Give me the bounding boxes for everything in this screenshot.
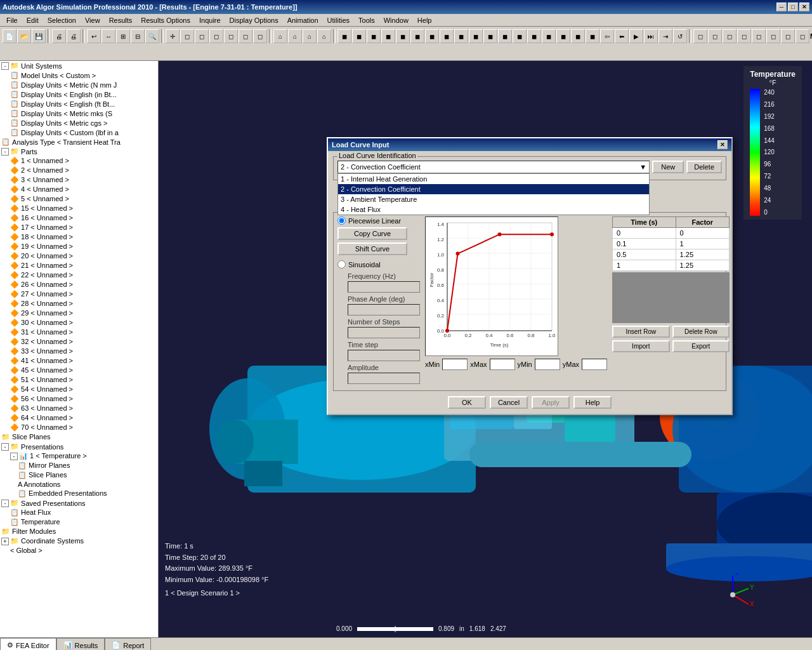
tb-d6[interactable]: ◻ (766, 29, 780, 43)
sidebar-item-part-51[interactable]: 🔶 51 < Unnamed > (0, 375, 158, 385)
sidebar-item-part-31[interactable]: 🔶 31 < Unnamed > (0, 328, 158, 337)
tb-move[interactable]: ✛ (166, 29, 180, 43)
tb-print2[interactable]: 🖨 (67, 29, 81, 43)
tb-b15[interactable]: ◼ (542, 29, 556, 43)
sidebar-item-display-units-6[interactable]: 📋 Display Units < Custom (lbf in a (0, 128, 158, 137)
tb-b2[interactable]: ◼ (352, 29, 366, 43)
sidebar-item-part-29[interactable]: 🔶 29 < Unnamed > (0, 308, 158, 318)
sidebar-item-model-units[interactable]: 📋 Model Units < Custom > (0, 70, 158, 80)
curve-dropdown[interactable]: 2 - Convection Coefficient ▼ (337, 161, 650, 173)
expand-saved[interactable]: - (1, 500, 9, 507)
tb-r2[interactable]: ◻ (195, 29, 209, 43)
sidebar-item-part-56[interactable]: 🔶 56 < Unnamed > (0, 394, 158, 404)
time-cell[interactable]: 0.5 (613, 249, 676, 260)
tb-print[interactable]: 🖨 (52, 29, 66, 43)
cancel-button[interactable]: Cancel (490, 396, 528, 409)
apply-button[interactable]: Apply (532, 396, 570, 409)
close-button[interactable]: ✕ (799, 3, 809, 11)
sidebar-item-part-63[interactable]: 🔶 63 < Unnamed > (0, 404, 158, 413)
menu-file[interactable]: File (3, 15, 22, 25)
menu-view[interactable]: View (81, 15, 104, 25)
time-cell[interactable]: 0.1 (613, 239, 676, 249)
dialog-close-button[interactable]: ✕ (717, 140, 728, 149)
maximize-button[interactable]: □ (788, 3, 798, 11)
menu-selection[interactable]: Selection (44, 15, 80, 25)
sidebar-item-part-26[interactable]: 🔶 26 < Unnamed > (0, 280, 158, 289)
tb-b5[interactable]: ◼ (396, 29, 410, 43)
sidebar-item-heat-flux[interactable]: 📋 Heat Flux (0, 508, 158, 517)
tb-b1[interactable]: ◼ (337, 29, 351, 43)
piecewise-radio[interactable] (337, 216, 346, 225)
freq-input[interactable] (348, 281, 420, 293)
delete-row-button[interactable]: Delete Row (672, 326, 730, 338)
import-button[interactable]: Import (612, 340, 670, 352)
sidebar-item-temperature[interactable]: 📋 Temperature (0, 517, 158, 527)
ymin-input[interactable] (535, 359, 560, 370)
tb-a3[interactable]: ⌂ (303, 29, 317, 43)
tb-new[interactable]: 📄 (3, 29, 16, 43)
sidebar-item-annotations[interactable]: A Annotations (0, 480, 158, 489)
dropdown-item-2[interactable]: 2 - Convection Coefficient (338, 184, 649, 194)
tb-d4[interactable]: ◻ (737, 29, 751, 43)
tb-sel3[interactable]: ⊟ (131, 29, 145, 43)
tb-b17[interactable]: ◼ (571, 29, 585, 43)
sidebar-item-part-16[interactable]: 🔶 16 < Unnamed > (0, 213, 158, 223)
sidebar-item-part-27[interactable]: 🔶 27 < Unnamed > (0, 289, 158, 299)
sidebar-item-part-32[interactable]: 🔶 32 < Unnamed > (0, 337, 158, 347)
sidebar-item-part-18[interactable]: 🔶 18 < Unnamed > (0, 232, 158, 242)
sidebar-item-part-70[interactable]: 🔶 70 < Unnamed > (0, 423, 158, 432)
sidebar-item-part-64[interactable]: 🔶 64 < Unnamed > (0, 413, 158, 423)
sidebar-item-temp-presentation[interactable]: - 📊 1 < Temperature > (0, 451, 158, 461)
menu-help[interactable]: Help (414, 15, 436, 25)
phase-input[interactable] (348, 304, 420, 315)
tb-c1[interactable]: ⇦ (600, 29, 614, 43)
tab-fea-editor[interactable]: ⚙ FEA Editor (0, 638, 56, 650)
sidebar-item-part-45[interactable]: 🔶 45 < Unnamed > (0, 366, 158, 375)
menu-results-options[interactable]: Results Options (137, 15, 194, 25)
expand-parts[interactable]: - (1, 148, 9, 156)
menu-display-options[interactable]: Display Options (226, 15, 282, 25)
sidebar-item-part-5[interactable]: 🔶 5 < Unnamed > (0, 194, 158, 204)
xmax-input[interactable] (490, 359, 515, 370)
sidebar-item-global[interactable]: < Global > (0, 546, 158, 555)
dropdown-item-1[interactable]: 1 - Internal Heat Generation (338, 174, 649, 184)
export-button[interactable]: Export (672, 340, 730, 352)
menu-inquire[interactable]: Inquire (195, 15, 225, 25)
tb-b9[interactable]: ◼ (454, 29, 468, 43)
ymax-input[interactable] (582, 359, 607, 370)
sidebar-item-part-19[interactable]: 🔶 19 < Unnamed > (0, 242, 158, 251)
tb-undo[interactable]: ↩ (87, 29, 101, 43)
tb-b3[interactable]: ◼ (367, 29, 381, 43)
sidebar-item-coord-systems[interactable]: + 📁 Coordinate Systems (0, 536, 158, 546)
menu-tools[interactable]: Tools (355, 15, 379, 25)
tb-c2[interactable]: ⬅ (615, 29, 629, 43)
tb-r1[interactable]: ◻ (180, 29, 194, 43)
sidebar-item-part-2[interactable]: 🔶 2 < Unnamed > (0, 166, 158, 175)
sidebar-item-mirror-planes[interactable]: 📋 Mirror Planes (0, 461, 158, 470)
tb-c3[interactable]: ▶ (629, 29, 643, 43)
tb-b4[interactable]: ◼ (381, 29, 395, 43)
sidebar-item-unit-systems[interactable]: - 📁 Unit Systems (0, 61, 158, 70)
factor-cell[interactable]: 0 (676, 228, 729, 239)
tb-b18[interactable]: ◼ (586, 29, 599, 43)
sidebar-item-part-3[interactable]: 🔶 3 < Unnamed > (0, 175, 158, 185)
timestep-input[interactable] (348, 350, 420, 361)
steps-input[interactable] (348, 327, 420, 338)
tb-c4[interactable]: ⏭ (644, 29, 658, 43)
tb-save[interactable]: 💾 (32, 29, 46, 43)
tb-sel2[interactable]: ⊞ (116, 29, 130, 43)
tb-r6[interactable]: ◻ (253, 29, 267, 43)
sidebar-item-embedded[interactable]: 📋 Embedded Presentations (0, 489, 158, 498)
sidebar-item-analysis-type[interactable]: 📋 Analysis Type < Transient Heat Tra (0, 137, 158, 147)
sidebar-item-display-units-1[interactable]: 📋 Display Units < Metric (N mm J (0, 80, 158, 90)
dropdown-item-3[interactable]: 3 - Ambient Temperature (338, 194, 649, 204)
table-row[interactable]: 0.1 1 (613, 239, 730, 249)
expand-unit-systems[interactable]: - (1, 62, 9, 70)
sidebar-item-part-20[interactable]: 🔶 20 < Unnamed > (0, 251, 158, 261)
sidebar-item-part-22[interactable]: 🔶 22 < Unnamed > (0, 270, 158, 280)
sidebar-item-saved-presentations[interactable]: - 📁 Saved Presentations (0, 498, 158, 508)
menu-window[interactable]: Window (380, 15, 412, 25)
sidebar-item-slice-planes[interactable]: 📁 Slice Planes (0, 432, 158, 442)
tb-c6[interactable]: ↺ (673, 29, 687, 43)
tb-d1[interactable]: ◻ (693, 29, 707, 43)
